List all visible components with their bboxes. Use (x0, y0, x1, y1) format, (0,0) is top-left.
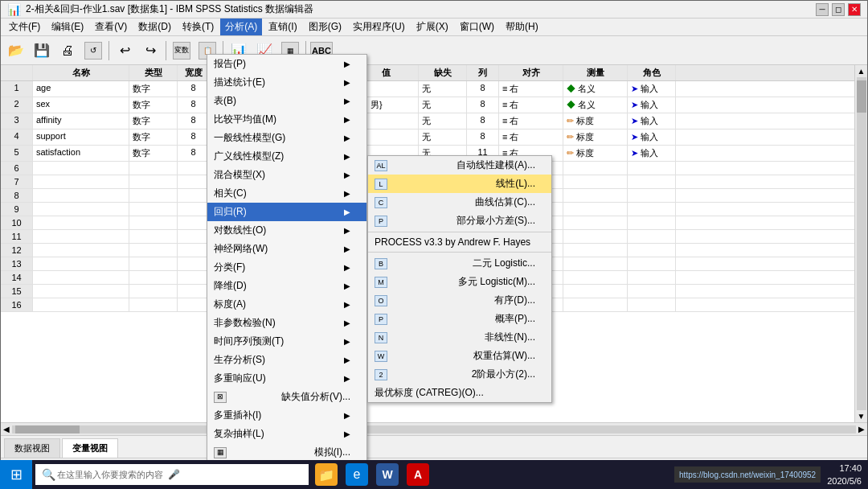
cell-type[interactable]: 数字 (129, 129, 178, 145)
cell-missing[interactable]: 无 (419, 113, 467, 129)
cell-name[interactable] (33, 216, 129, 229)
cell-role[interactable] (628, 244, 676, 257)
cell-type[interactable] (129, 285, 178, 298)
cell-width[interactable] (178, 285, 210, 298)
cell-name[interactable] (33, 298, 129, 311)
menu-extensions[interactable]: 扩展(X) (411, 18, 453, 35)
taskbar-edge-icon[interactable]: e (342, 460, 371, 489)
menu-reg-autolinear[interactable]: AL 自动线性建模(A)... (368, 156, 551, 175)
scroll-track[interactable] (857, 77, 866, 410)
menu-analyze-timeseries[interactable]: 时间序列预测(T)▶ (207, 332, 366, 351)
cell-measure[interactable] (563, 257, 628, 270)
redo-button[interactable]: ↪ (138, 39, 162, 63)
cell-role[interactable] (628, 175, 676, 188)
menu-graphs[interactable]: 图形(G) (304, 18, 346, 35)
menu-analyze-survival[interactable]: 生存分析(S)▶ (207, 351, 366, 369)
menu-help[interactable]: 帮助(H) (501, 18, 543, 35)
menu-reg-linear[interactable]: L 线性(L)... (368, 175, 551, 193)
cell-role[interactable]: ➤ 输入 (628, 113, 676, 129)
cell-role[interactable] (628, 162, 676, 175)
cell-name[interactable] (33, 230, 129, 243)
cell-missing[interactable]: 无 (419, 129, 467, 145)
menu-reg-ordinal[interactable]: O 有序(D)... (368, 291, 551, 310)
menu-edit[interactable]: 编辑(E) (47, 18, 88, 35)
cell-type[interactable]: 数字 (129, 97, 178, 113)
cell-align[interactable]: ≡ 右 (499, 113, 563, 129)
cell-role[interactable]: ➤ 输入 (628, 97, 676, 113)
menu-analyze-genlinear[interactable]: 广义线性模型(Z)▶ (207, 147, 366, 166)
cell-role[interactable] (628, 257, 676, 270)
search-bar[interactable]: 🔍 在这里输入你要搜索的内容 🎤 (35, 464, 309, 485)
menu-analyze-complexsampling[interactable]: 复杂抽样(L)▶ (207, 425, 366, 443)
cell-measure[interactable] (563, 175, 628, 188)
menu-analyze-missingvalue[interactable]: ⊠ 缺失值分析(V)... (207, 388, 366, 406)
cell-name[interactable] (33, 271, 129, 284)
menu-reg-nonlinear[interactable]: N 非线性(N)... (368, 328, 551, 347)
scroll-left-button[interactable]: ◀ (1, 425, 12, 434)
start-button[interactable]: ⊞ (0, 460, 32, 489)
cell-width[interactable]: 8 (178, 81, 210, 97)
cell-width[interactable] (178, 189, 210, 202)
cell-align[interactable]: ≡ 右 (499, 81, 563, 97)
menu-view[interactable]: 查看(V) (90, 18, 132, 35)
close-button[interactable]: ✕ (848, 3, 861, 16)
tab-variable-view[interactable]: 变量视图 (62, 438, 118, 458)
recall-button[interactable]: ↺ (81, 39, 105, 63)
cell-type[interactable]: 数字 (129, 81, 178, 97)
restore-button[interactable]: ◻ (832, 3, 845, 16)
cell-role[interactable] (628, 230, 676, 243)
cell-role[interactable]: ➤ 输入 (628, 81, 676, 97)
cell-measure[interactable] (563, 203, 628, 216)
cell-name[interactable]: support (33, 129, 129, 145)
menu-reg-multinomial-logistic[interactable]: M 多元 Logistic(M)... (368, 273, 551, 291)
undo-button[interactable]: ↩ (113, 39, 137, 63)
grid-row[interactable]: 3 affinity 数字 8 无 无 8 ≡ 右 ✏ 标度 ➤ 输入 (1, 113, 854, 129)
cell-cols[interactable]: 8 (467, 81, 499, 97)
cell-cols[interactable]: 8 (467, 129, 499, 145)
cell-name[interactable]: age (33, 81, 129, 97)
cell-role[interactable] (628, 189, 676, 202)
menu-analyze-correlate[interactable]: 相关(C)▶ (207, 184, 366, 203)
taskbar-explorer-icon[interactable]: 📁 (312, 460, 341, 489)
tab-data-view[interactable]: 数据视图 (4, 438, 60, 458)
save-button[interactable]: 💾 (30, 39, 54, 63)
cell-measure[interactable] (563, 244, 628, 257)
cell-type[interactable]: 数字 (129, 146, 178, 161)
cell-role[interactable] (628, 203, 676, 216)
hscroll-track[interactable] (12, 425, 856, 434)
cell-missing[interactable]: 无 (419, 81, 467, 97)
menu-reg-catreg[interactable]: 最优标度 (CATREG)(O)... (368, 384, 551, 402)
cell-measure[interactable] (563, 285, 628, 298)
cell-width[interactable] (178, 162, 210, 175)
col-header-missing[interactable]: 缺失 (419, 65, 467, 80)
print-button[interactable]: 🖨 (55, 39, 80, 63)
col-header-role[interactable]: 角色 (628, 65, 676, 80)
cell-align[interactable]: ≡ 右 (499, 129, 563, 145)
menu-analyze-simulate[interactable]: ▦ 模拟(I)... (207, 443, 366, 462)
taskbar-word-icon[interactable]: W (373, 460, 402, 489)
cell-type[interactable] (129, 162, 178, 175)
cell-name[interactable]: sex (33, 97, 129, 113)
menu-reg-process[interactable]: PROCESS v3.3 by Andrew F. Hayes (368, 234, 551, 250)
menu-analyze[interactable]: 分析(A) (220, 18, 262, 35)
hscroll-thumb[interactable] (15, 425, 80, 434)
cell-name[interactable] (33, 189, 129, 202)
cell-width[interactable] (178, 257, 210, 270)
cell-name[interactable] (33, 257, 129, 270)
col-header-align[interactable]: 对齐 (499, 65, 563, 80)
menu-analyze-dimensionreduction[interactable]: 降维(D)▶ (207, 277, 366, 295)
cell-width[interactable] (178, 203, 210, 216)
cell-type[interactable]: 数字 (129, 113, 178, 129)
cell-role[interactable] (628, 216, 676, 229)
col-header-cols[interactable]: 列 (467, 65, 499, 80)
cell-width[interactable]: 8 (178, 129, 210, 145)
cell-name[interactable] (33, 162, 129, 175)
menu-analyze-glm[interactable]: 一般线性模型(G)▶ (207, 129, 366, 147)
cell-measure[interactable]: ✏ 标度 (563, 129, 628, 145)
menu-file[interactable]: 文件(F) (4, 18, 45, 35)
cell-width[interactable]: 8 (178, 146, 210, 161)
cell-type[interactable] (129, 244, 178, 257)
minimize-button[interactable]: ─ (816, 3, 829, 16)
cell-type[interactable] (129, 298, 178, 311)
cell-measure[interactable] (563, 216, 628, 229)
